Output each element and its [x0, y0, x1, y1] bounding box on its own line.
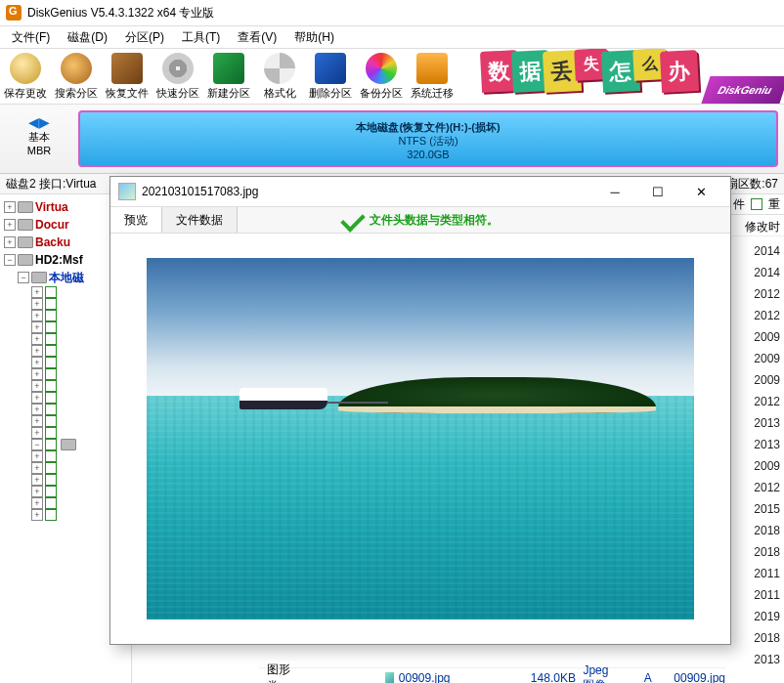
year-cell[interactable]: 2009	[725, 326, 780, 348]
checkbox-icon[interactable]	[45, 509, 57, 521]
checkbox-icon[interactable]	[45, 404, 57, 415]
preview-tabs: 预览 文件数据 文件头数据与类型相符。	[110, 206, 730, 234]
year-cell[interactable]: 2012	[725, 477, 780, 498]
tb-recover[interactable]: 恢复文件	[102, 53, 152, 101]
checkbox-icon[interactable]	[45, 415, 57, 427]
expand-icon[interactable]: +	[31, 357, 43, 368]
tb-quick-part[interactable]: 快速分区	[152, 53, 203, 101]
expand-icon[interactable]: +	[4, 219, 16, 231]
year-cell[interactable]: 2013	[725, 649, 780, 670]
checkbox-icon[interactable]	[45, 497, 57, 509]
checkbox-icon[interactable]	[45, 298, 57, 310]
checkbox-icon[interactable]	[45, 427, 57, 439]
expand-icon[interactable]: +	[31, 286, 43, 298]
year-cell[interactable]: 2013	[725, 412, 780, 434]
maximize-button[interactable]: ☐	[636, 178, 679, 205]
expand-icon[interactable]: +	[31, 368, 43, 380]
year-list: 2014201420122012200920092009201220132013…	[725, 236, 784, 670]
checkbox-icon[interactable]	[45, 321, 57, 333]
preview-titlebar[interactable]: 202103101517083.jpg ─ ☐ ✕	[110, 177, 730, 206]
menu-工具[interactable]: 工具(T)	[174, 27, 228, 48]
collapse-icon[interactable]: −	[4, 254, 16, 266]
tab-preview[interactable]: 预览	[110, 207, 162, 233]
expand-icon[interactable]: +	[31, 450, 43, 462]
preview-filename: 202103101517083.jpg	[142, 185, 258, 198]
expand-icon[interactable]: +	[31, 486, 43, 497]
tb-new-part[interactable]: 新建分区	[203, 53, 254, 101]
tb-backup[interactable]: 备份分区	[356, 53, 407, 101]
checkbox-icon[interactable]	[45, 486, 57, 497]
tb-migrate[interactable]: 系统迁移	[407, 53, 457, 101]
collapse-icon[interactable]: −	[31, 439, 43, 450]
nav-arrows-icon[interactable]: ◀▶	[0, 114, 78, 130]
col-modified[interactable]: 修改时	[725, 215, 784, 236]
year-cell[interactable]: 2011	[725, 584, 780, 606]
col-dup[interactable]: 重	[768, 196, 780, 213]
year-cell[interactable]: 2009	[725, 369, 780, 391]
menu-文件[interactable]: 文件(F)	[4, 27, 58, 48]
expand-icon[interactable]: +	[31, 380, 43, 392]
expand-icon[interactable]: +	[31, 310, 43, 321]
checkbox-icon[interactable]	[45, 368, 57, 380]
expand-icon[interactable]: +	[31, 392, 43, 404]
expand-icon[interactable]: +	[31, 298, 43, 310]
year-cell[interactable]: 2009	[725, 348, 780, 369]
expand-icon[interactable]: +	[31, 509, 43, 521]
checkbox-icon[interactable]	[45, 450, 57, 462]
year-cell[interactable]: 2015	[725, 498, 780, 520]
header-status: 文件头数据与类型相符。	[342, 207, 499, 233]
year-cell[interactable]: 2014	[725, 262, 780, 283]
expand-icon[interactable]: +	[31, 333, 43, 345]
tb-format[interactable]: 格式化	[254, 53, 305, 101]
expand-icon[interactable]: +	[31, 415, 43, 427]
partition-bar[interactable]: 本地磁盘(恢复文件)(H:)-(损坏) NTFS (活动) 320.0GB	[78, 110, 778, 167]
year-cell[interactable]: 2014	[725, 240, 780, 262]
checkbox-icon[interactable]	[45, 462, 57, 474]
expand-icon[interactable]: +	[31, 321, 43, 333]
year-cell[interactable]: 2012	[725, 391, 780, 412]
checkbox-icon[interactable]	[45, 333, 57, 345]
expand-icon[interactable]: +	[4, 201, 16, 213]
checkbox-icon[interactable]	[45, 357, 57, 368]
col-check-icon[interactable]	[751, 198, 762, 210]
year-cell[interactable]: 2012	[725, 283, 780, 305]
year-cell[interactable]: 2011	[725, 563, 780, 584]
expand-icon[interactable]: +	[31, 474, 43, 486]
expand-icon[interactable]: +	[31, 497, 43, 509]
expand-icon[interactable]: +	[31, 462, 43, 474]
file-row[interactable]: 图形类 00909.jpg 148.0KB Jpeg 图像 A 00909.jp…	[259, 667, 725, 683]
checkbox-icon[interactable]	[45, 474, 57, 486]
menu-帮助[interactable]: 帮助(H)	[286, 27, 342, 48]
year-cell[interactable]: 2018	[725, 541, 780, 563]
year-cell[interactable]: 2013	[725, 434, 780, 455]
checkbox-icon[interactable]	[45, 392, 57, 404]
checkbox-icon[interactable]	[45, 310, 57, 321]
collapse-icon[interactable]: −	[18, 272, 29, 283]
row-filename2: 00909.jpg	[674, 671, 725, 683]
year-cell[interactable]: 2009	[725, 455, 780, 477]
menu-分区[interactable]: 分区(P)	[117, 27, 172, 48]
promo-card[interactable]: 办	[660, 50, 699, 93]
checkbox-icon[interactable]	[45, 439, 57, 450]
checkbox-icon[interactable]	[45, 286, 57, 298]
tb-delete-part[interactable]: 删除分区	[305, 53, 356, 101]
year-cell[interactable]: 2019	[725, 606, 780, 627]
year-cell[interactable]: 2018	[725, 520, 780, 541]
year-cell[interactable]: 2012	[725, 305, 780, 326]
expand-icon[interactable]: +	[31, 427, 43, 439]
minimize-button[interactable]: ─	[593, 178, 636, 205]
menu-磁盘[interactable]: 磁盘(D)	[60, 27, 115, 48]
close-button[interactable]: ✕	[679, 178, 722, 205]
row-attr: A	[644, 671, 652, 683]
expand-icon[interactable]: +	[31, 345, 43, 357]
checkbox-icon[interactable]	[45, 345, 57, 357]
tb-save[interactable]: 保存更改	[0, 53, 51, 101]
tab-file-data[interactable]: 文件数据	[162, 207, 238, 233]
menu-查看[interactable]: 查看(V)	[230, 27, 284, 48]
checkbox-icon[interactable]	[45, 380, 57, 392]
year-cell[interactable]: 2018	[725, 627, 780, 649]
expand-icon[interactable]: +	[4, 236, 16, 248]
expand-icon[interactable]: +	[31, 404, 43, 415]
tb-search-part[interactable]: 搜索分区	[51, 53, 102, 101]
col-file[interactable]: 件	[733, 196, 745, 213]
